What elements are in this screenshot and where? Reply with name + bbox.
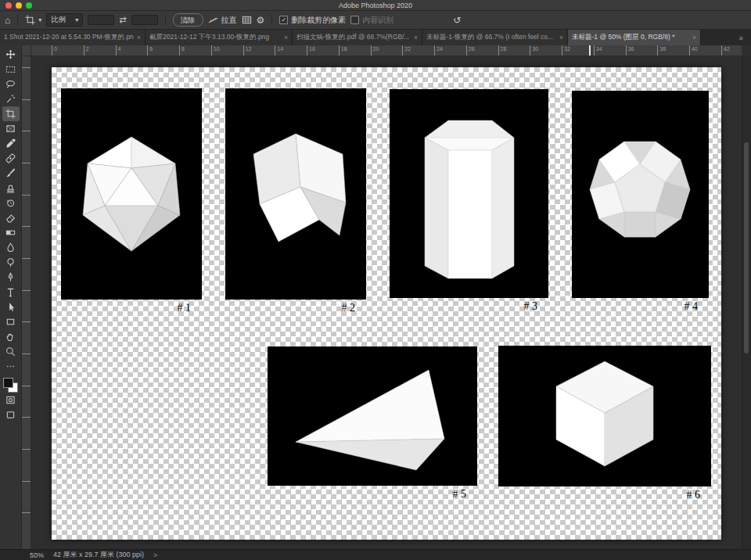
hexagonal-prism-photo	[390, 89, 548, 298]
close-icon[interactable]: ×	[692, 34, 696, 41]
window-title: Adobe Photoshop 2020	[0, 0, 751, 11]
ruler-number: 6	[147, 45, 179, 56]
scrollbar-thumb[interactable]	[744, 142, 749, 354]
tab-label: 未标题-1 @ 50% (图层 0, RGB/8) *	[572, 33, 689, 42]
document-info: 42 厘米 x 29.7 厘米 (300 ppi)	[53, 550, 144, 560]
brush-tool[interactable]	[2, 166, 20, 181]
ruler-number: 14	[275, 45, 307, 56]
straighten-control[interactable]: 拉直	[208, 15, 237, 26]
hand-tool[interactable]	[2, 329, 20, 344]
divider	[165, 14, 166, 26]
document-tab-1[interactable]: 1 Shot 2021-12-20 at 5.54.30 PM-恢复的.png …	[0, 30, 146, 45]
crop-ratio-label: 比例	[51, 15, 66, 25]
delete-cropped-pixels-option[interactable]: ✓ 删除裁剪的像素	[279, 15, 346, 26]
history-brush-tool[interactable]	[2, 196, 20, 210]
crop-tool[interactable]	[2, 106, 20, 121]
pen-tool[interactable]	[2, 270, 20, 285]
divider	[271, 14, 272, 26]
ruler-number: 10	[211, 45, 243, 56]
zoom-tool[interactable]	[2, 344, 20, 359]
zoom-level-field[interactable]: 50%	[30, 551, 44, 559]
close-icon[interactable]: ×	[559, 34, 563, 41]
close-icon[interactable]: ×	[284, 34, 288, 41]
ruler-number: 40	[689, 45, 721, 56]
straighten-icon	[208, 15, 218, 25]
foreground-color-swatch[interactable]	[3, 378, 13, 388]
document-tab-active[interactable]: 未标题-1 @ 50% (图层 0, RGB/8) * ×	[568, 30, 701, 45]
ruler-number: 12	[22, 258, 31, 290]
status-chevron-icon[interactable]: >	[153, 551, 157, 559]
ruler-number: 26	[22, 481, 31, 513]
ruler-number: 28	[22, 512, 31, 544]
ruler-number: 18	[339, 45, 371, 56]
crop-ratio-select[interactable]: 比例 ▾	[46, 13, 83, 27]
photoshop-window: Adobe Photoshop 2020 ⌂ ▾ 比例 ▾ ⇄ 清除 拉直	[0, 0, 751, 560]
move-tool[interactable]	[2, 47, 20, 62]
document-tab-2[interactable]: 截屏2021-12-12 下午3.13.00-恢复的.png ×	[146, 30, 293, 45]
quick-mask-button[interactable]	[2, 393, 20, 407]
ruler-number: 2	[84, 45, 116, 56]
ruler-number: 38	[657, 45, 689, 56]
figure-caption: # 1	[61, 302, 202, 314]
photo-figure-5: # 5	[268, 346, 477, 501]
ruler-corner[interactable]	[22, 45, 31, 56]
figure-caption: # 2	[225, 302, 366, 314]
close-icon[interactable]: ×	[137, 34, 141, 41]
crop-height-field[interactable]	[131, 15, 158, 25]
ruler-number: 20	[371, 45, 403, 56]
checkbox-unchecked-icon[interactable]	[350, 16, 359, 24]
dodge-tool[interactable]	[2, 255, 20, 270]
crop-width-field[interactable]	[88, 15, 114, 25]
color-swatches[interactable]	[3, 378, 18, 393]
lasso-tool[interactable]	[2, 77, 20, 92]
close-icon[interactable]: ×	[414, 34, 418, 41]
type-tool[interactable]	[2, 285, 20, 300]
ruler-number: 36	[626, 45, 658, 56]
ruler-number: 14	[22, 290, 31, 322]
vertical-scrollbar[interactable]	[742, 56, 751, 549]
checkbox-checked-icon[interactable]: ✓	[279, 16, 288, 24]
eraser-tool[interactable]	[2, 210, 20, 225]
screen-mode-button[interactable]	[2, 407, 20, 422]
ruler-number: 6	[22, 163, 31, 195]
ruler-number: 12	[243, 45, 275, 56]
ruler-number: 42	[721, 45, 742, 56]
eyedropper-tool[interactable]	[2, 136, 20, 151]
reset-icon[interactable]: ↺	[453, 16, 461, 25]
tool-preset-picker[interactable]: ▾	[25, 15, 41, 25]
ruler-number: 10	[22, 226, 31, 258]
ruler-number: 8	[22, 195, 31, 227]
blur-tool[interactable]	[2, 240, 20, 255]
rectangular-marquee-tool[interactable]	[2, 62, 20, 77]
photo-figure-3: # 3	[390, 89, 548, 313]
overlay-grid-icon[interactable]	[242, 15, 252, 25]
content-aware-option[interactable]: 内容识别	[350, 15, 393, 26]
document-tab-3[interactable]: 扫描文稿-恢复的.pdf @ 66.7%(RGB/... ×	[293, 30, 422, 45]
document-tab-4[interactable]: 未标题-1-恢复的 @ 66.7% (I often feel co... ×	[422, 30, 568, 45]
clear-button[interactable]: 清除	[173, 13, 203, 27]
overflow-icon: »	[738, 34, 743, 42]
ruler-cursor-marker	[589, 45, 591, 56]
vertical-ruler[interactable]: 0246810121416182022242628	[22, 56, 31, 549]
home-icon[interactable]: ⌂	[5, 16, 10, 25]
title-bar: Adobe Photoshop 2020	[0, 0, 751, 11]
path-selection-tool[interactable]	[2, 300, 20, 314]
rectangle-shape-tool[interactable]	[2, 314, 20, 329]
document-canvas[interactable]: # 1 # 2	[52, 67, 721, 540]
swap-dimensions-icon[interactable]: ⇄	[119, 16, 126, 24]
edit-toolbar-ellipsis[interactable]	[2, 359, 20, 374]
folded-paper-photo	[225, 88, 366, 300]
spot-healing-brush-tool[interactable]	[2, 151, 20, 166]
crop-settings-gear-icon[interactable]: ⚙	[257, 16, 265, 25]
status-bar: 50% 42 厘米 x 29.7 厘米 (300 ppi) >	[0, 549, 751, 560]
cube-photo	[498, 346, 711, 486]
tab-overflow-menu[interactable]: »	[731, 30, 751, 45]
clone-stamp-tool[interactable]	[2, 181, 20, 196]
canvas-viewport[interactable]: # 1 # 2	[31, 56, 742, 549]
gradient-tool[interactable]	[2, 225, 20, 240]
ruler-number: 28	[498, 45, 530, 56]
frame-tool[interactable]	[2, 121, 20, 136]
ruler-pad	[31, 45, 52, 56]
horizontal-ruler[interactable]: 024681012141618202224262830323436384042	[31, 45, 742, 56]
object-selection-tool[interactable]	[2, 92, 20, 106]
